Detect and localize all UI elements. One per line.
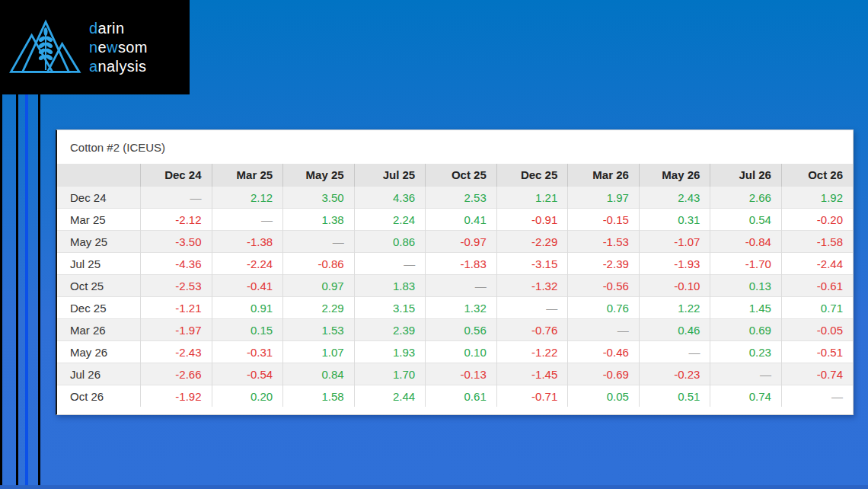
row-label: Dec 24 (57, 187, 141, 209)
table-row: Oct 26-1.920.201.582.440.61-0.710.050.51… (57, 385, 853, 408)
logo-letter: e (98, 39, 107, 56)
row-label: Jul 25 (57, 253, 141, 275)
spread-value-cell: 1.58 (283, 385, 355, 408)
spread-value-cell: 0.13 (710, 275, 782, 297)
spread-value-cell: 4.36 (354, 187, 426, 209)
column-header: May 25 (283, 164, 355, 187)
column-header: Oct 26 (781, 164, 853, 187)
spread-value-cell: 1.93 (354, 341, 426, 363)
spread-value-cell: 1.83 (354, 275, 426, 297)
column-header: May 26 (639, 164, 710, 187)
spread-value-cell: -0.74 (781, 363, 853, 385)
logo-line: darin (89, 19, 148, 38)
column-header: Jul 25 (354, 164, 426, 187)
row-label: Oct 26 (57, 385, 141, 408)
spread-value-cell: 0.23 (710, 341, 782, 363)
logo-line: analysis (89, 57, 148, 76)
spread-value-cell: 2.66 (710, 187, 782, 209)
spread-value-cell: -0.91 (496, 209, 568, 231)
logo-line: newsom (89, 38, 148, 57)
table-row: Mar 25-2.12—1.382.240.41-0.91-0.150.310.… (57, 209, 853, 231)
spread-value-cell: -0.41 (212, 275, 283, 297)
spread-value-cell: 2.24 (354, 209, 426, 231)
spread-value-cell: 0.84 (283, 363, 355, 385)
row-label: May 26 (57, 341, 141, 363)
spread-value-cell: -2.24 (212, 253, 283, 275)
spread-value-cell: -3.50 (141, 231, 212, 253)
spread-value-cell: -1.93 (639, 253, 710, 275)
spread-value-cell: — (354, 253, 426, 275)
spread-value-cell: 2.44 (354, 385, 426, 408)
spread-value-cell: 1.22 (639, 297, 710, 319)
spread-value-cell: -0.51 (781, 341, 853, 363)
dna-logo: darinnewsomanalysis (0, 0, 190, 94)
spread-value-cell: -0.71 (496, 385, 568, 408)
spread-value-cell: -4.36 (141, 253, 212, 275)
spread-value-cell: 1.45 (710, 297, 782, 319)
spread-value-cell: -1.70 (710, 253, 782, 275)
spread-value-cell: -1.38 (212, 231, 283, 253)
spread-value-cell: -0.20 (781, 209, 853, 231)
spread-value-cell: -1.07 (639, 231, 710, 253)
table-row: Mar 26-1.970.151.532.390.56-0.76—0.460.6… (57, 319, 853, 341)
spread-value-cell: -1.58 (781, 231, 853, 253)
spread-value-cell: — (639, 341, 710, 363)
spread-value-cell: -0.23 (639, 363, 710, 385)
spread-value-cell: 0.54 (710, 209, 782, 231)
spread-value-cell: -0.15 (568, 209, 640, 231)
spread-value-cell: -2.53 (141, 275, 212, 297)
spread-value-cell: 0.69 (710, 319, 782, 341)
spread-value-cell: — (426, 275, 497, 297)
spread-value-cell: 1.53 (283, 319, 355, 341)
spread-value-cell: -1.53 (568, 231, 640, 253)
spread-value-cell: -0.76 (496, 319, 568, 341)
column-header: Dec 24 (141, 164, 212, 187)
spread-value-cell: -0.31 (212, 341, 283, 363)
logo-letter: som (118, 39, 148, 56)
spread-value-cell: 0.91 (212, 297, 283, 319)
spread-value-cell: -0.54 (212, 363, 283, 385)
spread-value-cell: 0.61 (426, 385, 497, 408)
spread-value-cell: 0.10 (426, 341, 497, 363)
spread-value-cell: -0.56 (568, 275, 640, 297)
mountains-wheat-icon (9, 15, 82, 79)
table-body: Dec 24—2.123.504.362.531.211.972.432.661… (57, 187, 853, 408)
spread-value-cell: — (496, 297, 568, 319)
logo-accent-letter: a (89, 58, 98, 75)
spread-value-cell: -2.12 (141, 209, 212, 231)
row-label: Oct 25 (57, 275, 141, 297)
table-row: Dec 25-1.210.912.293.151.32—0.761.221.45… (57, 297, 853, 319)
spread-value-cell: 2.39 (354, 319, 426, 341)
spread-value-cell: -1.83 (426, 253, 497, 275)
spread-value-cell: -0.46 (568, 341, 640, 363)
spread-value-cell: -3.15 (496, 253, 568, 275)
column-header: Jul 26 (710, 164, 782, 187)
row-label: Dec 25 (57, 297, 141, 319)
spread-value-cell: 0.51 (639, 385, 710, 408)
spread-value-cell: 0.31 (639, 209, 710, 231)
spread-value-cell: 0.56 (426, 319, 497, 341)
spread-value-cell: 1.92 (781, 187, 853, 209)
spread-value-cell: 1.70 (354, 363, 426, 385)
spread-value-cell: 0.97 (283, 275, 355, 297)
spread-value-cell: -2.66 (141, 363, 212, 385)
table-row: May 26-2.43-0.311.071.930.10-1.22-0.46—0… (57, 341, 853, 363)
column-header: Dec 25 (496, 164, 568, 187)
spread-value-cell: 2.29 (283, 297, 355, 319)
spread-value-cell: 3.50 (283, 187, 355, 209)
row-label: May 25 (57, 231, 141, 253)
column-header: Oct 25 (426, 164, 497, 187)
row-label: Jul 26 (57, 363, 141, 385)
screen-bottom-edge (0, 485, 868, 489)
logo-letter: nalysis (98, 58, 147, 75)
spread-value-cell: -1.45 (496, 363, 568, 385)
spread-value-cell: -1.92 (141, 385, 212, 408)
spread-value-cell: 1.07 (283, 341, 355, 363)
spread-value-cell: 2.12 (212, 187, 283, 209)
spread-value-cell: -1.97 (141, 319, 212, 341)
spread-matrix-card: Cotton #2 (ICEUS) Dec 24Mar 25May 25Jul … (56, 129, 854, 415)
spread-value-cell: -0.69 (568, 363, 640, 385)
row-label: Mar 25 (57, 209, 141, 231)
spread-value-cell: -0.10 (639, 275, 710, 297)
table-row: Jul 25-4.36-2.24-0.86—-1.83-3.15-2.39-1.… (57, 253, 853, 275)
